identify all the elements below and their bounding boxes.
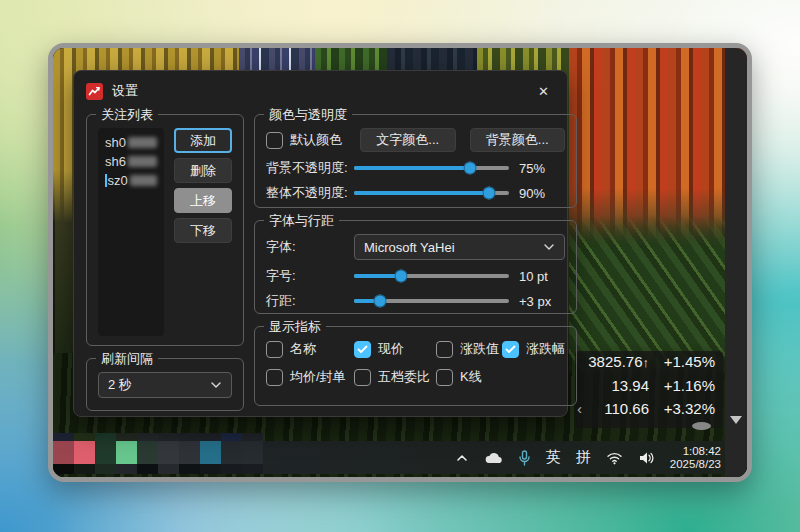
desktop-screen: 3825.76 ↑ +1.45% 13.94 +1.16% ‹ 110.66 +… — [53, 48, 747, 477]
watchlist-legend: 关注列表 — [96, 106, 158, 124]
widget-drag-handle[interactable] — [692, 422, 711, 430]
pixelated-icon-cell — [74, 433, 95, 441]
censored-text — [128, 137, 157, 148]
dialog-title: 设置 — [112, 82, 138, 100]
indicator-avgprice-checkbox[interactable] — [266, 369, 283, 386]
stock-ticker-widget[interactable]: 3825.76 ↑ +1.45% 13.94 +1.16% ‹ 110.66 +… — [575, 351, 723, 428]
ticker-change: +1.16% — [657, 377, 715, 394]
pixelated-icon-cell — [95, 464, 116, 474]
font-family-value: Microsoft YaHei — [364, 240, 455, 255]
indicator-label: 均价/封单 — [290, 368, 346, 386]
ticker-code-prefix: sz0 — [108, 171, 128, 190]
pixelated-icon-cell — [200, 441, 221, 464]
colors-legend: 颜色与透明度 — [264, 106, 352, 124]
font-family-select[interactable]: Microsoft YaHei — [354, 234, 565, 260]
pixelated-icon-cell — [158, 464, 179, 474]
pixelated-icon-cell — [179, 464, 200, 474]
bg-opacity-value: 75% — [519, 161, 565, 176]
indicator-name-checkbox[interactable] — [266, 341, 283, 358]
add-button[interactable]: 添加 — [174, 128, 232, 153]
indicator-label: 涨跌值 — [460, 340, 499, 358]
indicator-kline-checkbox[interactable] — [436, 369, 453, 386]
slider-thumb[interactable] — [482, 187, 495, 200]
pixelated-icon-cell — [116, 441, 137, 464]
volume-icon[interactable] — [638, 451, 655, 465]
stock-app-icon — [86, 83, 103, 100]
ime-english-indicator[interactable]: 英 — [546, 448, 561, 467]
list-item[interactable]: sz0 — [105, 171, 157, 190]
up-arrow-icon: ↑ — [643, 355, 650, 370]
pixelated-icon-cell — [137, 441, 158, 464]
pixelated-icon-cell — [158, 441, 179, 464]
taskbar-clock[interactable]: 1:08:42 2025/8/23 — [670, 445, 721, 471]
pixelated-icon-cell — [53, 433, 74, 441]
default-color-checkbox[interactable] — [266, 132, 283, 149]
list-item[interactable]: sh6 — [105, 152, 157, 171]
ime-pinyin-indicator[interactable]: 拼 — [576, 448, 591, 467]
censored-text — [130, 175, 157, 186]
colors-opacity-group: 颜色与透明度 默认颜色 文字颜色... 背景颜色... — [254, 114, 577, 208]
bg-color-button[interactable]: 背景颜色... — [470, 128, 566, 152]
monitor-frame: 3825.76 ↑ +1.45% 13.94 +1.16% ‹ 110.66 +… — [48, 43, 752, 482]
indicators-legend: 显示指标 — [264, 318, 326, 336]
tray-overflow-chevron-icon[interactable] — [455, 451, 469, 465]
overall-opacity-value: 90% — [519, 186, 565, 201]
pixelated-icon-cell — [179, 441, 200, 464]
ticker-row: 3825.76 ↑ +1.45% — [579, 353, 715, 377]
pixelated-icon-cell — [53, 464, 74, 474]
pixelated-icon-cell — [242, 433, 263, 441]
chevron-down-icon — [210, 381, 222, 389]
watchlist-listbox[interactable]: sh0 sh6 sz0 — [98, 128, 164, 336]
ticker-code-prefix: sh0 — [105, 133, 126, 152]
left-chevron-icon: ‹ — [577, 400, 582, 417]
refresh-interval-value: 2 秒 — [108, 376, 132, 394]
move-up-button[interactable]: 上移 — [174, 188, 232, 213]
watchlist-group: 关注列表 sh0 sh6 — [86, 114, 244, 346]
pixelated-icon-cell — [137, 464, 158, 474]
taskbar-pixelated-icons[interactable] — [53, 433, 263, 474]
overall-opacity-slider[interactable] — [354, 191, 509, 195]
clock-date: 2025/8/23 — [670, 458, 721, 471]
pixelated-icon-cell — [116, 464, 137, 474]
slider-thumb[interactable] — [374, 295, 387, 308]
settings-dialog: 设置 ✕ 关注列表 sh0 — [73, 70, 568, 417]
indicator-orderratio-checkbox[interactable] — [354, 369, 371, 386]
line-spacing-label: 行距: — [266, 292, 354, 310]
indicator-price-checkbox[interactable] — [354, 341, 371, 358]
close-icon[interactable]: ✕ — [532, 82, 555, 101]
slider-thumb[interactable] — [394, 270, 407, 283]
indicator-change-pct-checkbox[interactable] — [502, 341, 519, 358]
ticker-change: +3.32% — [657, 400, 715, 417]
slider-thumb[interactable] — [464, 162, 477, 175]
scroll-down-icon[interactable] — [730, 416, 742, 424]
microphone-icon[interactable] — [518, 450, 531, 466]
indicator-change-value-checkbox[interactable] — [436, 341, 453, 358]
font-size-slider[interactable] — [354, 274, 509, 278]
pixelated-icon-cell — [53, 441, 74, 464]
refresh-interval-select[interactable]: 2 秒 — [98, 372, 232, 398]
censored-text — [128, 156, 157, 167]
font-size-value: 10 pt — [519, 269, 565, 284]
line-spacing-slider[interactable] — [354, 299, 509, 303]
font-size-label: 字号: — [266, 267, 354, 285]
text-color-button[interactable]: 文字颜色... — [360, 128, 456, 152]
ticker-row: ‹ 110.66 +3.32% — [579, 400, 715, 424]
indicator-label: 名称 — [290, 340, 316, 358]
list-item[interactable]: sh0 — [105, 133, 157, 152]
indicator-label: K线 — [460, 368, 482, 386]
delete-button[interactable]: 删除 — [174, 158, 232, 183]
default-color-label: 默认颜色 — [290, 131, 342, 149]
font-legend: 字体与行距 — [264, 212, 339, 230]
wifi-icon[interactable] — [606, 451, 623, 465]
ticker-value: 110.66 — [583, 400, 649, 417]
move-down-button[interactable]: 下移 — [174, 218, 232, 243]
clock-time: 1:08:42 — [670, 445, 721, 458]
indicator-label: 五档委比 — [378, 368, 430, 386]
pixelated-icon-cell — [158, 433, 179, 441]
wallpaper-red-trees — [569, 48, 747, 243]
bg-opacity-slider[interactable] — [354, 166, 509, 170]
chevron-down-icon — [543, 243, 555, 251]
taskbar: 英 拼 1:08:42 2025/8/23 — [53, 441, 747, 474]
dialog-titlebar[interactable]: 设置 ✕ — [86, 79, 555, 103]
onedrive-cloud-icon[interactable] — [484, 451, 503, 465]
